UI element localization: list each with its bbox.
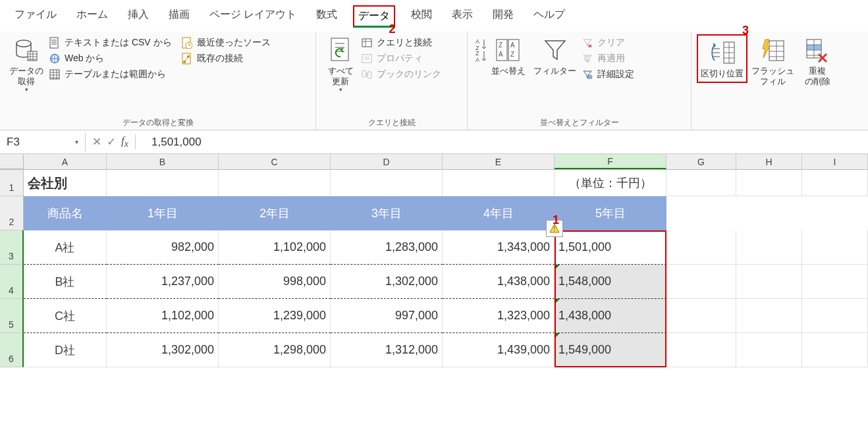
sort-desc-icon[interactable]: ZA bbox=[474, 50, 486, 62]
cell[interactable]: 982,000 bbox=[107, 230, 219, 265]
cell[interactable]: 1,438,000 bbox=[443, 265, 555, 299]
existing-connections-button[interactable]: 既存の接続 bbox=[181, 53, 271, 65]
cell[interactable]: 1,439,000 bbox=[443, 333, 555, 367]
tab-data[interactable]: データ 2 bbox=[353, 5, 395, 28]
cell[interactable] bbox=[219, 170, 331, 196]
name-box[interactable]: F3 ▾ bbox=[0, 133, 86, 151]
remove-duplicates-button[interactable]: 重複 の削除 bbox=[798, 34, 836, 88]
tab-page-layout[interactable]: ページ レイアウト bbox=[205, 5, 300, 28]
cell[interactable]: 1,102,000 bbox=[219, 230, 331, 265]
cell-header[interactable]: 5年目 bbox=[555, 196, 666, 230]
get-data-button[interactable]: データの 取得 ▾ bbox=[5, 34, 47, 94]
cell[interactable] bbox=[107, 170, 219, 196]
recent-sources-button[interactable]: 最近使ったソース bbox=[181, 37, 271, 49]
tab-developer[interactable]: 開発 bbox=[489, 5, 518, 28]
cell[interactable] bbox=[331, 170, 443, 196]
cell[interactable]: 997,000 bbox=[331, 299, 443, 333]
cell[interactable]: 1,312,000 bbox=[331, 333, 443, 367]
from-csv-button[interactable]: テキストまたは CSV から bbox=[49, 37, 172, 49]
cell[interactable] bbox=[736, 230, 802, 265]
cell[interactable] bbox=[802, 333, 868, 367]
tab-help[interactable]: ヘルプ bbox=[529, 5, 569, 28]
tab-home[interactable]: ホーム bbox=[72, 5, 112, 28]
tab-file[interactable]: ファイル bbox=[11, 5, 61, 28]
col-header-a[interactable]: A bbox=[24, 154, 107, 169]
cell-header[interactable]: 4年目 bbox=[443, 196, 555, 230]
cell[interactable] bbox=[666, 333, 736, 367]
cell[interactable]: 1,302,000 bbox=[331, 265, 443, 299]
cell[interactable] bbox=[736, 299, 802, 333]
cell[interactable] bbox=[736, 170, 802, 196]
tab-formulas[interactable]: 数式 bbox=[312, 5, 341, 28]
cell[interactable]: B社 bbox=[24, 265, 107, 299]
cell[interactable]: 1,548,000 bbox=[555, 265, 666, 299]
col-header-b[interactable]: B bbox=[107, 154, 219, 169]
from-web-button[interactable]: Web から bbox=[49, 53, 172, 65]
cell[interactable] bbox=[443, 170, 555, 196]
cell[interactable] bbox=[736, 196, 802, 230]
cell[interactable] bbox=[802, 230, 868, 265]
col-header-i[interactable]: I bbox=[802, 154, 868, 169]
cell-a1[interactable]: 会社別 bbox=[24, 170, 107, 196]
cell[interactable] bbox=[666, 230, 736, 265]
fx-icon[interactable]: fx bbox=[121, 134, 128, 149]
cell[interactable]: D社 bbox=[24, 333, 107, 367]
cell[interactable] bbox=[802, 170, 868, 196]
cell[interactable]: 1,302,000 bbox=[107, 333, 219, 367]
row-header-6[interactable]: 6 bbox=[0, 333, 24, 367]
confirm-edit-icon[interactable]: ✓ bbox=[107, 135, 116, 149]
queries-connections-button[interactable]: クエリと接続 bbox=[361, 37, 441, 49]
row-header-1[interactable]: 1 bbox=[0, 170, 24, 196]
select-all-corner[interactable] bbox=[0, 154, 24, 169]
col-header-d[interactable]: D bbox=[331, 154, 443, 169]
cell[interactable]: 998,000 bbox=[219, 265, 331, 299]
col-header-g[interactable]: G bbox=[666, 154, 736, 169]
cell[interactable]: 1,323,000 bbox=[443, 299, 555, 333]
tab-insert[interactable]: 挿入 bbox=[124, 5, 153, 28]
cell[interactable] bbox=[666, 196, 736, 230]
row-header-4[interactable]: 4 bbox=[0, 265, 24, 299]
cell[interactable] bbox=[802, 299, 868, 333]
cell-f3[interactable]: 1,501,000 bbox=[555, 230, 666, 265]
cell[interactable]: 1,237,000 bbox=[107, 265, 219, 299]
cell[interactable] bbox=[802, 265, 868, 299]
cell-header[interactable]: 2年目 bbox=[219, 196, 331, 230]
cell[interactable]: 1,438,000 bbox=[555, 299, 666, 333]
cell[interactable] bbox=[802, 196, 868, 230]
from-table-button[interactable]: テーブルまたは範囲から bbox=[49, 68, 172, 80]
cell[interactable]: 1,102,000 bbox=[107, 299, 219, 333]
cell-f1[interactable]: （単位：千円） bbox=[555, 170, 666, 196]
flash-fill-button[interactable]: フラッシュ フィル bbox=[747, 34, 798, 88]
cell[interactable]: 1,549,000 bbox=[555, 333, 666, 367]
cell[interactable]: C社 bbox=[24, 299, 107, 333]
cancel-edit-icon[interactable]: ✕ bbox=[92, 135, 101, 149]
cell[interactable] bbox=[666, 299, 736, 333]
col-header-h[interactable]: H bbox=[736, 154, 802, 169]
text-to-columns-button[interactable]: 3 区切り位置 bbox=[697, 34, 747, 83]
row-header-2[interactable]: 2 bbox=[0, 196, 24, 230]
cell[interactable]: 1,239,000 bbox=[219, 299, 331, 333]
col-header-e[interactable]: E bbox=[443, 154, 555, 169]
cell[interactable] bbox=[666, 265, 736, 299]
spreadsheet-grid[interactable]: A B C D E F G H I 1 会社別 （単位：千円） 2 商品名 1年… bbox=[0, 154, 868, 367]
filter-button[interactable]: フィルター bbox=[529, 34, 580, 78]
sort-button[interactable]: ZAAZ 並べ替え bbox=[487, 34, 529, 78]
cell[interactable]: 1,283,000 bbox=[331, 230, 443, 265]
cell-header[interactable]: 1年目 bbox=[107, 196, 219, 230]
tab-review[interactable]: 校閲 bbox=[407, 5, 436, 28]
cell-header[interactable]: 3年目 bbox=[331, 196, 443, 230]
col-header-c[interactable]: C bbox=[219, 154, 331, 169]
cell[interactable]: 1,343,000 ! 1 bbox=[443, 230, 555, 265]
cell[interactable]: A社 bbox=[24, 230, 107, 265]
refresh-all-button[interactable]: すべて 更新 ▾ bbox=[321, 34, 360, 94]
cell[interactable] bbox=[736, 265, 802, 299]
cell[interactable] bbox=[666, 170, 736, 196]
cell[interactable] bbox=[736, 333, 802, 367]
formula-input[interactable]: 1,501,000 bbox=[136, 136, 868, 149]
cell-header[interactable]: 商品名 bbox=[24, 196, 107, 230]
tab-view[interactable]: 表示 bbox=[448, 5, 477, 28]
tab-draw[interactable]: 描画 bbox=[165, 5, 194, 28]
advanced-filter-button[interactable]: 詳細設定 bbox=[582, 68, 634, 80]
cell[interactable]: 1,298,000 bbox=[219, 333, 331, 367]
row-header-5[interactable]: 5 bbox=[0, 299, 24, 333]
